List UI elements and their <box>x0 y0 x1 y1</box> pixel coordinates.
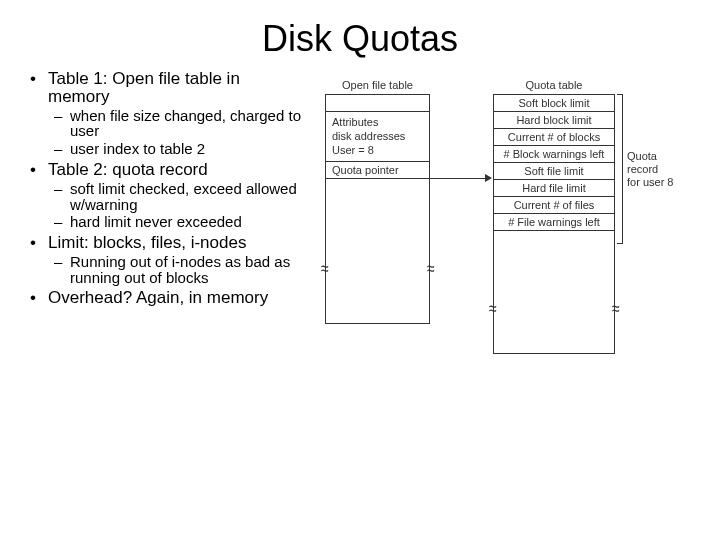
bullet-3-1: Running out of i-nodes as bad as running… <box>48 254 305 286</box>
slide-title: Disk Quotas <box>0 0 720 70</box>
bullet-1-2: user index to table 2 <box>48 141 305 157</box>
attr-line-1: Attributes <box>332 116 423 130</box>
ellipsis-right-2: ≈ <box>612 297 620 319</box>
bracket-label-3: for user 8 <box>627 176 673 189</box>
bullet-1: Table 1: Open file table in memory when … <box>30 70 305 157</box>
attr-line-2: disk addresses <box>332 130 423 144</box>
quota-row-3: Current # of blocks <box>494 128 614 145</box>
bracket-label: Quota record for user 8 <box>627 150 673 190</box>
bullet-2-text: Table 2: quota record <box>48 160 208 179</box>
bullet-3: Limit: blocks, files, i-nodes Running ou… <box>30 234 305 285</box>
quota-table-title: Quota table <box>494 79 614 91</box>
quota-row-8: # File warnings left <box>494 213 614 231</box>
bullet-2: Table 2: quota record soft limit checked… <box>30 161 305 230</box>
quota-table: Quota table Soft block limit Hard block … <box>493 94 615 354</box>
quota-row-5: Soft file limit <box>494 162 614 179</box>
bracket-label-2: record <box>627 163 673 176</box>
ellipsis-left-2: ≈ <box>427 257 435 279</box>
open-file-table: Open file table Attributes disk addresse… <box>325 94 430 324</box>
bullet-2-2: hard limit never exceeded <box>48 214 305 230</box>
quota-row-6: Hard file limit <box>494 179 614 196</box>
ellipsis-left-1: ≈ <box>321 257 329 279</box>
quota-row-4: # Block warnings left <box>494 145 614 162</box>
bullet-column: Table 1: Open file table in memory when … <box>30 70 305 311</box>
slide-content: Table 1: Open file table in memory when … <box>0 70 720 311</box>
bullet-4: Overhead? Again, in memory <box>30 289 305 307</box>
diagram: Open file table Attributes disk addresse… <box>315 70 700 311</box>
bullet-4-text: Overhead? Again, in memory <box>48 288 268 307</box>
bullet-3-text: Limit: blocks, files, i-nodes <box>48 233 246 252</box>
open-file-attrs: Attributes disk addresses User = 8 <box>326 111 429 161</box>
bullet-2-1: soft limit checked, exceed allowed w/war… <box>48 181 305 213</box>
bracket-icon <box>617 94 623 244</box>
ellipsis-right-1: ≈ <box>489 297 497 319</box>
bracket-label-1: Quota <box>627 150 673 163</box>
bullet-1-text: Table 1: Open file table in memory <box>48 69 240 106</box>
bullet-1-1: when file size changed, charged to user <box>48 108 305 140</box>
arrow-line <box>430 178 487 179</box>
quota-row-1: Soft block limit <box>494 95 614 111</box>
open-file-table-title: Open file table <box>326 79 429 91</box>
attr-line-3: User = 8 <box>332 144 423 158</box>
quota-row-7: Current # of files <box>494 196 614 213</box>
quota-row-2: Hard block limit <box>494 111 614 128</box>
quota-pointer-row: Quota pointer <box>326 162 429 179</box>
arrow-head-icon <box>485 174 492 182</box>
